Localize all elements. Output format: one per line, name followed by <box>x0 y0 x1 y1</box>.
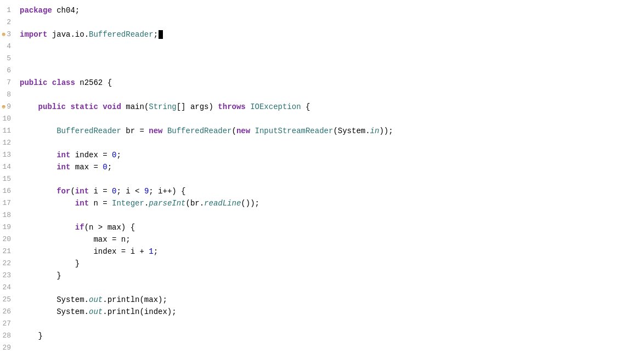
line-content: } <box>18 270 644 282</box>
token-normal <box>98 102 103 111</box>
line-content: int index = 0; <box>18 149 644 161</box>
token-normal: i = <box>89 187 112 196</box>
line-content <box>18 89 644 101</box>
line-number: 6 <box>0 65 18 77</box>
code-line: 24 <box>0 282 644 294</box>
line-content <box>18 209 644 221</box>
line-content: max = n; <box>18 233 644 245</box>
line-number: 18 <box>0 209 18 221</box>
token-normal <box>20 151 57 159</box>
line-content: public class n2562 { <box>18 77 644 89</box>
line-number: 25 <box>0 294 18 306</box>
token-normal: (br. <box>186 199 205 208</box>
token-class-name: IOException <box>250 102 301 111</box>
token-normal <box>162 127 167 135</box>
line-content: int max = 0; <box>18 161 644 173</box>
line-number: 11 <box>0 125 18 137</box>
code-line: 15 <box>0 173 644 185</box>
line-number: 17 <box>0 197 18 209</box>
code-line: 7public class n2562 { <box>0 77 644 89</box>
line-content: } <box>18 258 644 270</box>
line-content <box>18 41 644 53</box>
token-normal: ; <box>154 247 158 256</box>
token-kw-class: class <box>52 78 75 87</box>
line-number: 10 <box>0 113 18 125</box>
line-number: 14 <box>0 161 18 173</box>
token-normal: ; <box>108 163 112 172</box>
token-normal: (n > max) { <box>84 223 135 232</box>
token-kw-new: new <box>149 127 162 135</box>
line-number: 15 <box>0 173 18 185</box>
token-kw-for: for <box>57 187 70 196</box>
token-normal: index = i + <box>20 247 149 256</box>
line-number: 4 <box>0 41 18 53</box>
token-kw-public: public <box>20 102 66 111</box>
code-line: 12 <box>0 137 644 149</box>
line-content: } <box>18 330 644 342</box>
token-normal: System. <box>20 295 89 304</box>
token-normal: ( <box>70 187 75 196</box>
line-content: int n = Integer.parseInt(br.readLine()); <box>18 197 644 209</box>
line-number: 5 <box>0 53 18 65</box>
token-normal: (System. <box>333 127 370 135</box>
line-number: ⊕3 <box>0 28 18 41</box>
token-kw-int: int <box>57 151 70 159</box>
token-class-name: BufferedReader <box>89 30 154 39</box>
code-line: 6 <box>0 65 644 77</box>
token-normal <box>20 223 75 232</box>
line-number: 16 <box>0 185 18 197</box>
code-line: 26 System.out.println(index); <box>0 306 644 318</box>
code-line: 8 <box>0 89 644 101</box>
code-editor[interactable]: 1package ch04;2 ⊕3import java.io.Buffere… <box>0 0 644 354</box>
code-line: 19 if(n > max) { <box>0 221 644 233</box>
code-line: 13 int index = 0; <box>0 149 644 161</box>
token-normal: ; <box>154 30 158 39</box>
token-normal <box>20 163 57 172</box>
token-system-out: out <box>89 307 103 316</box>
token-kw-static: static <box>70 102 98 111</box>
token-kw-int: int <box>75 187 89 196</box>
line-content <box>18 16 644 28</box>
line-number: 24 <box>0 282 18 294</box>
line-number: 7 <box>0 77 18 89</box>
code-line: ⊕9 public static void main(String[] args… <box>0 101 644 113</box>
token-normal: { <box>301 102 310 111</box>
code-line: 29 <box>0 342 644 354</box>
line-number: 28 <box>0 330 18 342</box>
token-normal: ; <box>116 151 121 159</box>
token-normal: ()); <box>241 199 259 208</box>
token-kw-new: new <box>236 127 250 135</box>
line-number: 1 <box>0 4 18 16</box>
token-class-name: String <box>149 102 176 111</box>
code-line: 14 int max = 0; <box>0 161 644 173</box>
token-kw-int: int <box>57 163 70 172</box>
token-kw-import: import <box>20 30 47 39</box>
token-normal <box>121 102 126 111</box>
token-kw-if: if <box>75 223 84 232</box>
token-italic-method: readLine <box>204 199 241 208</box>
token-kw-package: package <box>20 6 52 15</box>
line-content: BufferedReader br = new BufferedReader(n… <box>18 125 644 137</box>
line-number: 22 <box>0 258 18 270</box>
token-normal: System. <box>20 307 89 316</box>
code-line: 21 index = i + 1; <box>0 245 644 258</box>
line-number: 13 <box>0 149 18 161</box>
token-number: 0 <box>103 163 107 172</box>
code-line: 4 <box>0 41 644 53</box>
line-number: 19 <box>0 221 18 233</box>
token-kw-throws: throws <box>218 102 245 111</box>
line-content: System.out.println(max); <box>18 294 644 306</box>
token-normal <box>20 199 75 208</box>
token-normal: } <box>20 271 61 280</box>
token-class-name: BufferedReader <box>167 127 232 135</box>
line-content <box>18 342 644 354</box>
token-normal: max = n; <box>20 235 131 244</box>
token-kw-void: void <box>103 102 121 111</box>
code-line: 23 } <box>0 270 644 282</box>
token-normal <box>20 187 57 196</box>
token-normal: br = <box>121 127 149 135</box>
line-number: ⊕9 <box>0 101 18 113</box>
token-normal <box>246 102 250 111</box>
code-line: 27 <box>0 318 644 330</box>
token-kw-int: int <box>75 199 89 208</box>
